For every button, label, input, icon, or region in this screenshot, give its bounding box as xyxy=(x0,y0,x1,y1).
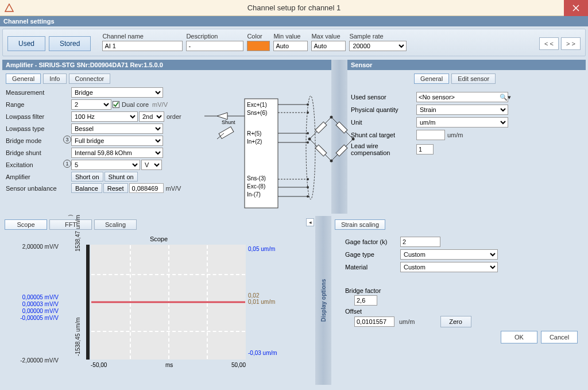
pin-sns-plus: Sns+(6) xyxy=(247,109,267,117)
pin-exc-plus: Exc+(1) xyxy=(247,101,267,109)
scope-side-bottom: -1538,45 um/m xyxy=(75,318,81,356)
min-input[interactable] xyxy=(273,41,308,51)
scope-center-1: 0,00003 mV/V xyxy=(15,301,59,308)
tab-edit-sensor[interactable]: Edit sensor xyxy=(451,74,496,84)
lead-wire-input[interactable] xyxy=(416,144,434,155)
bridge-shunt-label: Bridge shunt xyxy=(6,149,70,156)
svg-rect-29 xyxy=(336,122,347,133)
display-options-label: Display options xyxy=(320,279,327,322)
shunt-on-button[interactable]: Shunt on xyxy=(105,172,138,182)
scope-plot: Scope 2,00000 mV/V 0,00005 mV/V 0,00003 … xyxy=(5,235,313,373)
bridge-mode-select[interactable]: Full bridge xyxy=(71,136,163,146)
offset-input[interactable] xyxy=(354,316,394,327)
color-swatch[interactable] xyxy=(247,41,270,51)
display-options-divider[interactable]: Display options xyxy=(315,216,331,385)
scope-y-top: 2,00000 mV/V xyxy=(15,244,59,250)
tab-scope[interactable]: Scope xyxy=(5,219,47,230)
reset-button[interactable]: Reset xyxy=(103,183,128,193)
tab-connector-amp[interactable]: Connector xyxy=(69,74,111,84)
close-button[interactable] xyxy=(564,0,588,16)
tab-general-sensor[interactable]: General xyxy=(414,74,449,84)
svg-marker-3 xyxy=(217,113,227,119)
svg-rect-28 xyxy=(315,122,327,133)
tab-general-amp[interactable]: General xyxy=(6,74,41,84)
measurement-select[interactable]: Bridge xyxy=(71,87,163,98)
range-select[interactable]: 2 xyxy=(71,99,111,110)
bridge-shunt-select[interactable]: Internal 59,88 kOhm xyxy=(71,148,163,158)
excitation-select[interactable]: 5 xyxy=(71,160,140,170)
excitation-unit-select[interactable]: V xyxy=(141,160,162,170)
next-channel-button[interactable]: > > xyxy=(561,37,581,50)
lowpass-order-select[interactable]: 2nd xyxy=(139,111,164,122)
tab-strain-scaling[interactable]: Strain scaling xyxy=(335,219,385,230)
amplifier-header: Amplifier - SIRIUS-STG SNr:D00904DA71 Re… xyxy=(2,60,331,70)
lead-wire-label: Lead wire compensation xyxy=(351,142,414,156)
gage-factor-label: Gage factor (k) xyxy=(345,238,397,245)
bridge-factor-label: Bridge factor xyxy=(345,287,582,294)
unit-select[interactable]: um/m xyxy=(416,117,508,128)
scope-right-mid1: 0,02 xyxy=(248,292,277,299)
dual-core-checkbox[interactable] xyxy=(113,101,119,108)
gage-factor-input[interactable] xyxy=(400,237,440,247)
physical-quantity-select[interactable]: Strain xyxy=(416,105,508,115)
lowpass-hz-select[interactable]: 100 Hz xyxy=(71,111,138,122)
scope-x-unit: ms xyxy=(165,362,173,368)
offset-unit: um/m xyxy=(398,318,416,325)
svg-rect-31 xyxy=(315,145,327,156)
scope-right-mid2: 0,01 um/m xyxy=(248,299,277,305)
svg-rect-30 xyxy=(336,145,347,156)
measurement-label: Measurement xyxy=(6,89,70,96)
scope-right-top: 0,05 um/m xyxy=(248,246,277,252)
used-button[interactable]: Used xyxy=(7,36,45,51)
settings-row: Used Stored Channel name Description Col… xyxy=(2,29,586,56)
description-input[interactable] xyxy=(186,41,243,51)
vertical-divider[interactable] xyxy=(331,70,347,214)
description-label: Description xyxy=(186,33,243,40)
tab-fft[interactable]: FFT xyxy=(49,219,92,230)
search-icon[interactable]: 🔍 xyxy=(500,94,508,101)
range-label: Range xyxy=(6,101,70,108)
ok-button[interactable]: OK xyxy=(501,331,537,343)
svg-point-32 xyxy=(308,138,311,141)
shunt-cal-target-input[interactable] xyxy=(416,130,445,140)
material-select[interactable]: Custom xyxy=(400,262,498,272)
pin-in-plus: In+(2) xyxy=(247,138,267,146)
annotation-mark-3: 3 xyxy=(63,136,71,144)
used-sensor-label: Used sensor xyxy=(351,94,414,101)
range-unit: mV/V xyxy=(151,101,169,108)
tab-info-amp[interactable]: Info xyxy=(43,74,66,84)
lowpass-type-select[interactable]: Bessel xyxy=(71,123,163,134)
bridge-factor-input[interactable] xyxy=(354,295,377,306)
zero-button[interactable]: Zero xyxy=(440,316,471,327)
lowpass-type-label: Lowpass type xyxy=(6,125,70,132)
bridge-mode-label: Bridge mode xyxy=(6,137,70,144)
tab-scaling[interactable]: Scaling xyxy=(94,219,137,230)
collapse-handle[interactable]: ◂ xyxy=(306,218,314,226)
gage-type-select[interactable]: Custom xyxy=(400,249,498,260)
max-label: Max value xyxy=(311,33,346,40)
scope-trace xyxy=(91,302,245,303)
physical-quantity-label: Physical quantity xyxy=(351,106,414,113)
svg-point-35 xyxy=(330,160,333,163)
short-on-button[interactable]: Short on xyxy=(71,172,103,182)
max-input[interactable] xyxy=(311,41,346,51)
channel-name-input[interactable] xyxy=(102,41,183,51)
svg-point-21 xyxy=(307,186,309,188)
cancel-button[interactable]: Cancel xyxy=(541,331,578,343)
used-sensor-combo[interactable]: 🔍 ▾ xyxy=(416,92,508,102)
prev-channel-button[interactable]: < < xyxy=(539,37,559,50)
balance-button[interactable]: Balance xyxy=(71,183,102,193)
used-sensor-input[interactable] xyxy=(417,92,500,102)
sensor-unbalance-label: Sensor unbalance xyxy=(6,185,70,192)
scope-center-2: 0,00000 mV/V xyxy=(15,308,59,315)
stored-button[interactable]: Stored xyxy=(49,36,91,51)
svg-point-34 xyxy=(330,116,333,119)
lowpass-order-suffix: order xyxy=(165,113,183,120)
gage-type-label: Gage type xyxy=(345,251,397,258)
annotation-mark-1: 1 xyxy=(63,160,71,168)
svg-rect-5 xyxy=(219,127,234,139)
scope-center-3: -0,00005 mV/V xyxy=(15,315,59,322)
color-label: Color xyxy=(247,33,270,40)
chevron-down-icon[interactable]: ▾ xyxy=(508,94,511,101)
sample-rate-select[interactable]: 20000 xyxy=(349,41,407,51)
